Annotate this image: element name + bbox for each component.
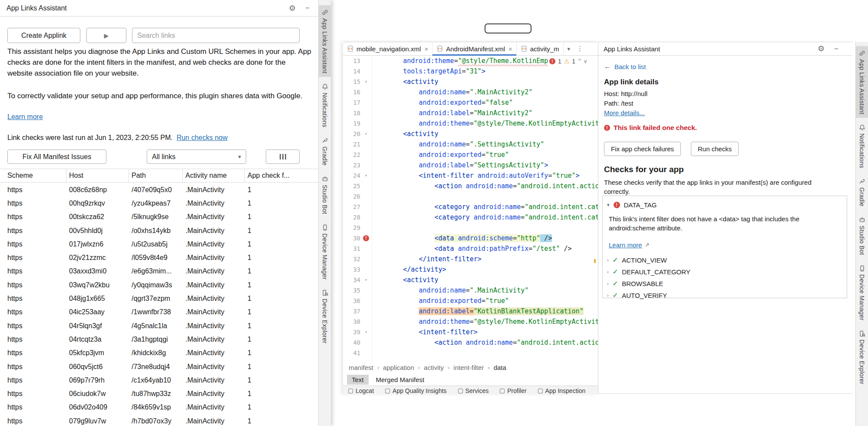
tool-strip-item-device-manager[interactable]: Device Manager xyxy=(319,220,331,283)
gear-icon[interactable]: ⚙ xyxy=(289,4,296,12)
fold-icon[interactable]: ▾ xyxy=(365,77,367,87)
run-checks-button[interactable]: Run checks xyxy=(691,142,739,156)
run-checks-now-link[interactable]: Run checks now xyxy=(177,134,228,142)
passed-check-action-view[interactable]: ›✓ACTION_VIEW xyxy=(607,256,667,264)
table-row[interactable]: https03wq7w2kbu/y0qqimaw3s.MainActivity1 xyxy=(0,278,318,292)
links-filter-dropdown[interactable]: All links ▾ xyxy=(147,150,246,164)
error-stripe-mark[interactable] xyxy=(594,259,596,263)
code-line[interactable]: 39▾ <intent-filter> xyxy=(343,327,598,337)
column-header-path[interactable]: Path xyxy=(132,169,185,182)
breadcrumb-item-manifest[interactable]: manifest xyxy=(349,364,373,371)
table-row[interactable]: https048jg1x665/qgrt37ezpm.MainActivity1 xyxy=(0,292,318,305)
tool-strip-item-studio-bot[interactable]: Studio Bot xyxy=(856,213,868,259)
code-line[interactable]: 23 android:label="SettingsActivity"> xyxy=(343,160,598,170)
code-line[interactable]: 17 android:exported="false" xyxy=(343,97,598,108)
table-row[interactable]: https05kfcp3jvm/khidckix8g.MainActivity1 xyxy=(0,346,318,360)
code-line[interactable]: 27 <category android:name="android.inten… xyxy=(343,202,598,212)
breadcrumb-item-intent-filter[interactable]: intent-filter xyxy=(453,364,484,371)
editor-tab-activity-m[interactable]: activity_m xyxy=(517,42,564,55)
code-line[interactable]: 28 <category android:name="android.inten… xyxy=(343,212,598,223)
code-line[interactable]: 15▾ <activity xyxy=(343,77,598,87)
breadcrumb-item-activity[interactable]: activity xyxy=(424,364,444,371)
code-line[interactable]: 37 android:label="KotlinBlankTestApplica… xyxy=(343,306,598,316)
close-icon[interactable]: × xyxy=(424,45,428,53)
fix-all-manifest-issues-button[interactable]: Fix All Manifest Issues xyxy=(7,150,106,164)
table-row[interactable]: https04rtcqtz3a/3a1hgptqgi.MainActivity1 xyxy=(0,333,318,346)
editor-options-icon[interactable]: ⋮ xyxy=(577,45,583,53)
run-button[interactable]: ▶ xyxy=(86,28,126,43)
chevron-right-icon[interactable]: › xyxy=(607,281,609,286)
view-tab-text[interactable]: Text xyxy=(347,375,369,385)
tool-strip-item-device-explorer[interactable]: Device Explorer xyxy=(856,326,868,388)
table-row[interactable]: https079g9luv7w/h7bd07ox3y.MainActivity1 xyxy=(0,414,318,426)
code-line[interactable]: 31 <data android:pathPrefix="/test" /> xyxy=(343,243,598,254)
code-line[interactable]: 14 tools:targetApi="31"> xyxy=(343,66,598,77)
table-row[interactable]: https00hq9zrkqv/yzu4kpeas7.MainActivity1 xyxy=(0,196,318,210)
code-line[interactable]: 35 android:name=".MainActivity" xyxy=(343,285,598,296)
next-issue-icon[interactable]: v xyxy=(584,58,587,64)
tab-list-chevron-icon[interactable]: ▾ xyxy=(568,46,571,52)
prev-issue-icon[interactable]: ^ xyxy=(578,58,581,64)
gear-icon[interactable]: ⚙ xyxy=(818,45,825,53)
fix-app-check-failures-button[interactable]: Fix app check failures xyxy=(604,142,681,156)
tool-strip-item-studio-bot[interactable]: Studio Bot xyxy=(319,172,331,218)
editor-tab-mobile-navigation-xml[interactable]: mobile_navigation.xml× xyxy=(343,42,432,55)
code-line[interactable]: 32 </intent-filter> xyxy=(343,254,598,264)
column-header-activity-name[interactable]: Activity name xyxy=(185,169,248,182)
code-line[interactable]: 16 android:name=".MainActivity2" xyxy=(343,87,598,97)
table-row[interactable]: https06dv02o409/84k659v1sp.MainActivity1 xyxy=(0,401,318,414)
code-line[interactable]: 26 xyxy=(343,191,598,202)
chevron-right-icon[interactable]: › xyxy=(607,257,609,263)
close-icon[interactable]: × xyxy=(508,45,512,53)
view-tab-merged-manifest[interactable]: Merged Manifest xyxy=(371,375,429,385)
minimize-icon[interactable]: − xyxy=(834,45,838,53)
inspections-widget[interactable]: ! 1 ⚠ 1 ^ v xyxy=(548,58,588,65)
tool-strip-item-device-explorer[interactable]: Device Explorer xyxy=(319,286,331,347)
learn-more-link[interactable]: Learn more xyxy=(609,241,642,249)
tool-strip-item-device-manager[interactable]: Device Manager xyxy=(856,261,868,324)
more-details-link[interactable]: More details... xyxy=(604,109,645,116)
code-line[interactable]: 41 xyxy=(343,348,598,358)
bottom-bar-item-services[interactable]: Services xyxy=(458,387,489,394)
code-line[interactable]: 36 android:exported="true" xyxy=(343,296,598,306)
passed-check-default-category[interactable]: ›✓DEFAULT_CATEGORY xyxy=(607,268,690,276)
code-line[interactable]: 20▾ <activity xyxy=(343,129,598,139)
table-row[interactable]: https017jwlxzn6/u5t2usab5j.MainActivity1 xyxy=(0,237,318,251)
chevron-right-icon[interactable]: › xyxy=(607,269,609,274)
bottom-bar-item-logcat[interactable]: Logcat xyxy=(348,387,374,394)
tool-strip-item-notifications[interactable]: Notifications xyxy=(856,120,868,172)
passed-check-auto-verify[interactable]: ›✓AUTO_VERIFY xyxy=(607,291,667,299)
fold-icon[interactable]: ▾ xyxy=(365,275,367,285)
chevron-right-icon[interactable]: › xyxy=(607,293,609,298)
table-row[interactable]: https02jv21zzmc/l059v8t4e9.MainActivity1 xyxy=(0,251,318,264)
table-row[interactable]: https008c6z68np/407e09q5x0.MainActivity1 xyxy=(0,183,318,196)
failed-check-row[interactable]: ▾ ! DATA_TAG xyxy=(607,201,657,209)
breadcrumb-item-data[interactable]: data xyxy=(494,364,506,371)
table-row[interactable]: https00tskcza62/5lknugk9se.MainActivity1 xyxy=(0,210,318,224)
tool-strip-item-gradle[interactable]: Gradle xyxy=(856,174,868,210)
code-line[interactable]: 33 </activity> xyxy=(343,264,598,275)
tool-strip-item-gradle[interactable]: Gradle xyxy=(319,133,331,169)
tool-strip-item-app-links-assistant[interactable]: App Links Assistant xyxy=(319,5,331,77)
table-row[interactable]: https060qv5jct6/73ne8udqj4.MainActivity1 xyxy=(0,360,318,373)
fold-icon[interactable]: ▾ xyxy=(365,129,367,139)
code-line[interactable]: 40 <action android:name="android.intent.… xyxy=(343,337,598,348)
code-line[interactable]: 19 android:theme="@style/Theme.KotlinEmp… xyxy=(343,118,598,129)
column-header-host[interactable]: Host xyxy=(69,169,132,182)
table-row[interactable]: https00v5hhld0j/o0xhs14ykb.MainActivity1 xyxy=(0,224,318,237)
tool-strip-item-notifications[interactable]: Notifications xyxy=(319,80,331,131)
code-line[interactable]: 25 <action android:name="android.intent.… xyxy=(343,181,598,191)
table-row[interactable]: https069p7r79rh/c1x64yab10.MainActivity1 xyxy=(0,373,318,387)
tool-strip-item-app-links-assistant[interactable]: App Links Assistant xyxy=(856,46,868,118)
columns-button[interactable] xyxy=(266,150,300,164)
code-line[interactable]: 29 xyxy=(343,223,598,233)
code-line[interactable]: 21 android:name=".SettingsActivity" xyxy=(343,139,598,150)
column-header-app-check-f[interactable]: App check f... xyxy=(248,169,318,182)
bottom-bar-item-app-inspection[interactable]: App Inspection xyxy=(538,387,586,394)
learn-more-link[interactable]: Learn more xyxy=(7,113,43,121)
breadcrumb-item-application[interactable]: application xyxy=(383,364,414,371)
code-line[interactable]: 18 android:label="MainActivity2" xyxy=(343,108,598,118)
back-to-list[interactable]: ← Back to list xyxy=(604,63,646,70)
bottom-bar-item-profiler[interactable]: Profiler xyxy=(500,387,526,394)
fold-icon[interactable]: ▾ xyxy=(365,327,367,337)
